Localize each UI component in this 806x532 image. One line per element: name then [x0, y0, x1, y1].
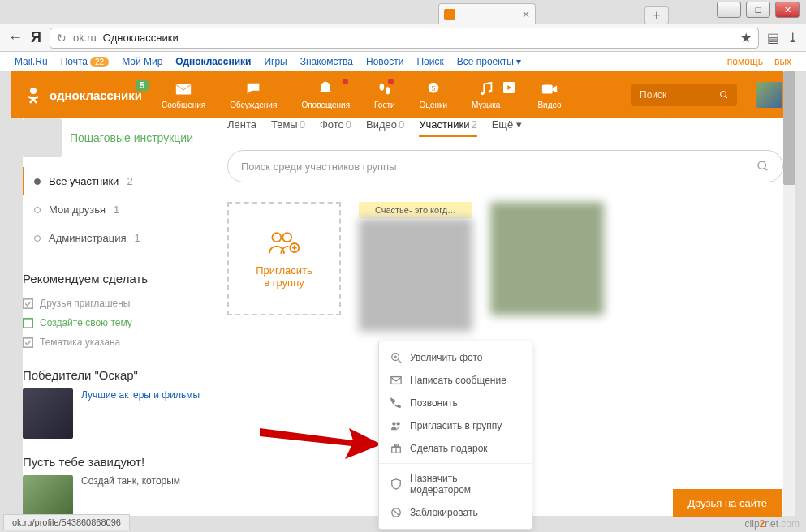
portal-link-games[interactable]: Игры	[264, 56, 287, 67]
nav-discussions[interactable]: Обсуждения	[230, 80, 277, 109]
nav-messages[interactable]: Сообщения	[162, 80, 205, 109]
download-icon[interactable]: ⤓	[787, 30, 798, 45]
filter-all[interactable]: Все участники 2	[23, 167, 218, 195]
portal-link-mail[interactable]: Почта22	[61, 56, 109, 67]
ctx-zoom-photo[interactable]: Увеличить фото	[379, 346, 532, 369]
member-card[interactable]	[490, 202, 604, 332]
browser-tab[interactable]: ✕	[438, 3, 536, 24]
address-bar: ← Я ↻ ok.ru Одноклассники ★ ▤ ⤓	[0, 24, 806, 52]
nav-notifications[interactable]: Оповещения	[301, 80, 350, 109]
nav-ratings[interactable]: 5 Оценки	[420, 80, 447, 109]
scrollbar[interactable]	[783, 71, 795, 516]
url-field[interactable]: ↻ ok.ru Одноклассники ★	[50, 28, 759, 49]
portal-bar: Mail.Ru Почта22 Мой Мир Одноклассники Иг…	[0, 52, 806, 71]
alert-dot-icon	[388, 79, 394, 84]
promo-block[interactable]: Лучшие актеры и фильмы	[23, 388, 218, 439]
rating-icon: 5	[425, 80, 442, 98]
feed-icon[interactable]: ▤	[767, 30, 779, 45]
annotation-arrow-icon	[256, 412, 386, 461]
url-host: ok.ru	[73, 32, 97, 44]
svg-rect-12	[24, 318, 32, 327]
portal-link-search[interactable]: Поиск	[416, 56, 443, 67]
ctx-moderator[interactable]: Назначить модератором	[379, 467, 532, 501]
svg-point-6	[481, 92, 484, 96]
search-icon[interactable]	[756, 160, 769, 173]
member-search-input[interactable]	[241, 161, 756, 173]
svg-rect-19	[391, 377, 401, 384]
ok-logo-icon	[24, 85, 43, 105]
member-photo	[359, 218, 472, 332]
search-icon[interactable]	[719, 89, 729, 101]
svg-point-3	[386, 87, 390, 94]
header-search-input[interactable]	[640, 89, 713, 101]
section-tabs: Лента Темы0 Фото0 Видео0 Участники2 Ещё …	[227, 118, 783, 137]
bookmark-icon[interactable]: ★	[740, 30, 752, 45]
promo-text: Создай танк, которым	[81, 475, 180, 488]
block-icon	[390, 507, 402, 518]
tab-feed[interactable]: Лента	[227, 118, 256, 137]
tab-photos[interactable]: Фото0	[320, 118, 351, 137]
invite-card[interactable]: Пригласитьв группу	[227, 202, 341, 315]
svg-point-20	[392, 422, 395, 425]
portal-link-news[interactable]: Новости	[366, 56, 403, 67]
back-button[interactable]: ←	[8, 29, 23, 46]
status-bar: ok.ru/profile/543860868096	[3, 514, 130, 530]
watermark: clip2net.com	[745, 518, 800, 530]
rec-item[interactable]: Тематика указана	[23, 332, 218, 352]
envelope-icon	[175, 80, 192, 98]
member-search[interactable]	[227, 150, 783, 182]
alert-dot-icon	[343, 79, 348, 84]
svg-point-14	[758, 161, 765, 169]
svg-point-2	[379, 84, 384, 91]
user-avatar[interactable]	[756, 82, 782, 108]
close-tab-icon[interactable]: ✕	[522, 9, 530, 20]
nav-video[interactable]: Видео	[537, 80, 561, 109]
nav-music[interactable]: Музыка	[472, 80, 500, 109]
member-status-label: Счастье- это когд…	[359, 202, 472, 218]
rec-item[interactable]: Создайте свою тему	[23, 313, 218, 332]
portal-link-ok[interactable]: Одноклассники	[175, 56, 251, 67]
gift-icon	[390, 443, 402, 454]
filter-friends[interactable]: Мои друзья 1	[23, 195, 218, 224]
main-nav: Сообщения Обсуждения Оповещения Гости 5 …	[162, 80, 562, 109]
mail-badge: 22	[90, 57, 109, 67]
group-header[interactable]: Пошаговые инструкции	[23, 118, 218, 157]
new-tab-button[interactable]: +	[644, 6, 669, 24]
ctx-invite[interactable]: Пригласить в группу	[379, 414, 532, 437]
tab-members[interactable]: Участники2	[419, 118, 476, 137]
portal-link-dating[interactable]: Знакомства	[300, 56, 353, 67]
ctx-block[interactable]: Заблокировать	[379, 501, 532, 524]
nav-guests[interactable]: Гости	[374, 80, 394, 109]
zoom-icon	[390, 352, 402, 363]
yandex-logo-icon[interactable]: Я	[31, 29, 41, 46]
main-header: одноклассники 5 Сообщения Обсуждения Опо…	[11, 71, 795, 118]
tab-topics[interactable]: Темы0	[271, 118, 305, 137]
group-title: Пошаговые инструкции	[70, 131, 193, 144]
member-card[interactable]: Счастье- это когд…	[359, 202, 472, 332]
rec-item[interactable]: Друзья приглашены	[23, 294, 218, 313]
tab-more[interactable]: Ещё ▾	[492, 118, 522, 137]
ctx-gift[interactable]: Сделать подарок	[379, 437, 532, 460]
promo-image	[23, 388, 73, 439]
url-title: Одноклассники	[103, 32, 179, 44]
logout-link[interactable]: вых	[774, 56, 791, 67]
reload-icon[interactable]: ↻	[57, 32, 67, 45]
portal-link-moimir[interactable]: Мой Мир	[122, 56, 162, 67]
context-menu: Увеличить фото Написать сообщение Позвон…	[378, 341, 532, 530]
ctx-message[interactable]: Написать сообщение	[379, 369, 532, 392]
site-logo[interactable]: одноклассники 5	[24, 85, 142, 105]
promo-title: Пусть тебе завидуют!	[23, 455, 218, 469]
browser-tab-bar: ✕ +	[0, 2, 806, 24]
portal-link-mailru[interactable]: Mail.Ru	[15, 56, 48, 67]
envelope-icon	[390, 375, 402, 386]
header-search[interactable]	[631, 84, 737, 106]
tab-videos[interactable]: Видео0	[366, 118, 404, 137]
filter-admins[interactable]: Администрация 1	[23, 224, 218, 252]
scrollbar-thumb[interactable]	[783, 71, 795, 185]
portal-link-projects[interactable]: Все проекты ▾	[457, 56, 521, 67]
promo-title: Победители "Оскар"	[23, 368, 218, 382]
ctx-call[interactable]: Позвонить	[379, 392, 532, 414]
help-link[interactable]: помощь	[727, 56, 763, 67]
friends-online-button[interactable]: Друзья на сайте	[673, 489, 782, 517]
video-icon	[541, 80, 558, 98]
